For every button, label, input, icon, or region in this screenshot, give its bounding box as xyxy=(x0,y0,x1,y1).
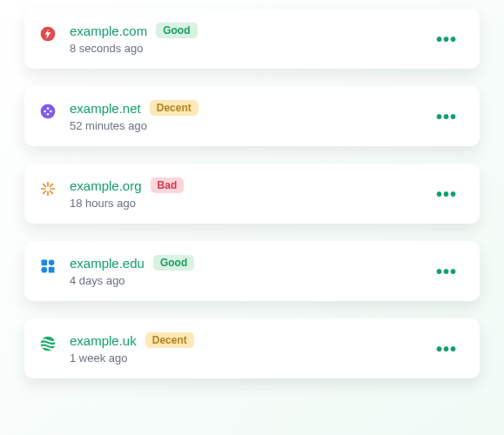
list-item-content: example.net Decent 52 minutes ago xyxy=(70,100,431,132)
more-icon[interactable]: ••• xyxy=(431,259,462,284)
svg-point-5 xyxy=(47,113,50,116)
svg-point-4 xyxy=(50,110,52,113)
domain-link[interactable]: example.org xyxy=(70,178,142,193)
dots-icon xyxy=(38,102,57,121)
bolt-icon xyxy=(38,24,57,44)
list-item-content: example.edu Good 4 days ago xyxy=(70,255,431,287)
status-badge: Bad xyxy=(151,177,185,193)
list-item[interactable]: example.uk Decent 1 week ago ••• xyxy=(24,318,480,378)
status-badge: Decent xyxy=(150,100,198,116)
list-item[interactable]: example.org Bad 18 hours ago ••• xyxy=(24,164,480,224)
svg-point-3 xyxy=(47,107,50,110)
svg-line-11 xyxy=(50,191,53,194)
domain-link[interactable]: example.edu xyxy=(70,256,144,271)
domain-link[interactable]: example.uk xyxy=(70,333,137,348)
list-item[interactable]: example.com Good 8 seconds ago ••• xyxy=(24,9,480,69)
timestamp: 4 days ago xyxy=(70,274,431,287)
svg-point-2 xyxy=(44,110,46,113)
domain-link[interactable]: example.com xyxy=(70,23,147,38)
svg-line-10 xyxy=(44,184,46,187)
svg-rect-14 xyxy=(42,260,48,266)
title-row: example.edu Good xyxy=(70,255,431,271)
more-icon[interactable]: ••• xyxy=(431,104,462,129)
more-icon[interactable]: ••• xyxy=(431,182,462,206)
burst-icon xyxy=(38,179,57,198)
svg-rect-17 xyxy=(49,267,55,273)
svg-point-1 xyxy=(41,104,56,119)
title-row: example.net Decent xyxy=(70,100,431,116)
status-badge: Decent xyxy=(145,332,194,348)
svg-point-16 xyxy=(42,267,48,273)
list-item-content: example.org Bad 18 hours ago xyxy=(70,177,431,210)
more-icon[interactable]: ••• xyxy=(431,27,462,51)
tiles-icon xyxy=(38,257,57,276)
status-badge: Good xyxy=(156,23,197,38)
list-item-content: example.com Good 8 seconds ago xyxy=(70,23,431,55)
svg-line-13 xyxy=(44,191,46,194)
timestamp: 1 week ago xyxy=(70,351,431,365)
status-badge: Good xyxy=(153,255,194,271)
list-item[interactable]: example.edu Good 4 days ago ••• xyxy=(24,241,480,301)
list-item[interactable]: example.net Decent 52 minutes ago ••• xyxy=(24,86,480,146)
domain-link[interactable]: example.net xyxy=(70,101,141,116)
title-row: example.org Bad xyxy=(70,177,431,193)
title-row: example.uk Decent xyxy=(70,332,431,348)
svg-point-15 xyxy=(49,260,55,266)
timestamp: 52 minutes ago xyxy=(70,119,431,132)
more-icon[interactable]: ••• xyxy=(431,337,462,361)
globe-icon xyxy=(38,334,57,353)
title-row: example.com Good xyxy=(70,23,431,38)
timestamp: 8 seconds ago xyxy=(70,42,431,55)
svg-line-12 xyxy=(50,184,53,187)
site-list: example.com Good 8 seconds ago ••• examp… xyxy=(24,9,480,378)
list-item-content: example.uk Decent 1 week ago xyxy=(70,332,431,365)
timestamp: 18 hours ago xyxy=(70,197,431,210)
